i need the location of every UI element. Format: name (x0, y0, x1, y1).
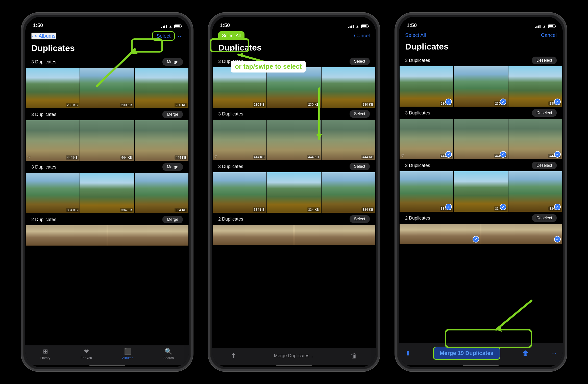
photo-1-4-2[interactable] (107, 225, 188, 246)
photo-1-1-1[interactable]: 230 KB (26, 68, 80, 108)
photo-2-2-3[interactable]: 444 KB (322, 120, 375, 160)
photo-1-3-3[interactable]: 334 KB (135, 173, 188, 213)
trash-icon-2[interactable]: 🗑 (351, 352, 357, 360)
status-icons-1: ▲ (161, 24, 181, 28)
photo-3-3-1[interactable]: 334 KB (400, 171, 453, 212)
photo-2-1-2[interactable]: 230 KB (267, 67, 321, 108)
photo-2-3-1[interactable]: 334 KB (213, 172, 266, 213)
photo-strip-3-2: ♡444 KB 444 KB 444 KB (399, 119, 563, 159)
bottom-action-bar-2: ⬆ Merge Duplicates... 🗑 (212, 348, 376, 365)
photo-2-3-2[interactable]: 334 KB (267, 172, 321, 213)
notch (456, 17, 506, 26)
group-1-1: 3 Duplicates Merge 230 KB 230 KB 230 KB (25, 56, 189, 108)
heart-icon-3: ♡ (401, 154, 404, 158)
select-group-btn-2-1[interactable]: Select (350, 58, 370, 65)
trash-button-3[interactable]: 🗑 (522, 349, 529, 357)
back-button-1[interactable]: ‹ < Albums (31, 33, 56, 39)
cancel-button-3[interactable]: Cancel (541, 32, 557, 38)
photo-size-label: 444 KB (120, 155, 133, 160)
tab-foryou-1[interactable]: ❤ For You (81, 348, 92, 360)
photo-size-label: 334 KB (361, 207, 374, 212)
photo-1-2-2[interactable]: 444 KB (80, 120, 134, 161)
tab-search-label: Search (163, 356, 174, 360)
group-1-3: 3 Duplicates Merge 334 KB 334 KB 334 KB (25, 161, 189, 213)
group-2-1: 3 Duplicates Select 230 KB 230 KB 230 KB (212, 56, 376, 108)
share-button-3[interactable]: ⬆ (405, 349, 411, 357)
photo-3-1-2[interactable]: 230 KB (454, 66, 508, 107)
group-header-3-2: 3 Duplicates Deselect (399, 107, 563, 119)
photo-1-3-2[interactable]: 334 KB (80, 173, 134, 213)
select-button-1[interactable]: Select (152, 31, 175, 41)
merge-button-1-3[interactable]: Merge (162, 163, 183, 171)
photo-3-1-3[interactable]: 230 KB (508, 66, 562, 107)
photo-3-1-1[interactable]: 230 KB (400, 66, 453, 107)
photo-2-1-3[interactable]: 230 KB (322, 67, 375, 108)
tab-search-1[interactable]: 🔍 Search (163, 348, 174, 360)
photo-2-3-3[interactable]: 334 KB (322, 172, 375, 213)
merge-button-1-1[interactable]: Merge (162, 58, 183, 66)
photo-2-4-2[interactable] (294, 225, 375, 245)
select-group-btn-2-4[interactable]: Select (350, 215, 370, 223)
photo-3-4-1[interactable] (400, 224, 481, 244)
tab-library-1[interactable]: ⊞ Library (40, 348, 51, 360)
albums-icon: ⬛ (124, 348, 132, 355)
wifi-icon-2: ▲ (356, 24, 359, 28)
group-label-3-3: 3 Duplicates (405, 163, 430, 168)
merge-duplicates-text: Merge Duplicates... (274, 353, 313, 358)
more-button-1[interactable]: ··· (178, 33, 183, 40)
photo-size-label: 444 KB (307, 155, 320, 159)
photo-2-1-1[interactable]: 230 KB (213, 67, 266, 108)
photo-3-2-1[interactable]: ♡444 KB (400, 119, 453, 159)
group-3-1: 3 Duplicates Deselect 230 KB 230 KB 230 … (399, 55, 563, 107)
photo-1-1-3[interactable]: 230 KB (135, 68, 188, 108)
photo-strip-2-2: ♡444 KB 444 KB 444 KB (212, 120, 376, 160)
photo-size-label: 334 KB (66, 208, 79, 212)
deselect-btn-3-3[interactable]: Deselect (532, 162, 557, 169)
battery-icon-2 (361, 25, 368, 28)
wifi-icon-3: ▲ (543, 24, 546, 28)
photo-2-2-2[interactable]: 444 KB (267, 120, 321, 160)
photo-1-1-2[interactable]: 230 KB (80, 68, 134, 108)
photo-1-2-3[interactable]: 444 KB (135, 120, 188, 161)
status-time-1: 1:50 (33, 22, 43, 28)
cancel-button-2[interactable]: Cancel (354, 33, 370, 39)
photo-1-2-1[interactable]: ♡444 KB (26, 120, 80, 161)
deselect-btn-3-4[interactable]: Deselect (532, 214, 557, 222)
more-button-3[interactable]: ··· (551, 349, 557, 357)
photo-1-4-1[interactable] (26, 225, 107, 246)
merge-button-1-2[interactable]: Merge (162, 111, 183, 118)
photo-size-label: 230 KB (253, 102, 266, 107)
group-label-2-3: 3 Duplicates (218, 164, 243, 169)
select-all-button-2[interactable]: Select All (218, 31, 244, 40)
photo-3-3-3[interactable]: 334 KB (508, 171, 562, 212)
select-group-btn-2-2[interactable]: Select (350, 110, 370, 118)
photo-3-2-3[interactable]: 444 KB (508, 119, 562, 159)
photo-3-3-2[interactable]: 334 KB (454, 171, 508, 212)
photo-3-4-2[interactable] (481, 224, 562, 244)
photo-strip-3-4 (399, 224, 563, 244)
phone-2: 1:50 ▲ Select All Cancel (208, 13, 380, 371)
merge-button-1-4[interactable]: Merge (162, 216, 183, 223)
group-header-1-2: 3 Duplicates Merge (25, 109, 189, 120)
chevron-left-icon: ‹ (32, 33, 34, 39)
deselect-btn-3-1[interactable]: Deselect (532, 57, 557, 64)
home-indicator-2 (212, 365, 376, 367)
merge-19-button[interactable]: Merge 19 Duplicates (433, 347, 500, 360)
photo-2-2-1[interactable]: ♡444 KB (213, 120, 266, 160)
photo-2-4-1[interactable] (213, 225, 294, 245)
select-all-button-3[interactable]: Select All (405, 31, 426, 39)
photo-strip-1-1: 230 KB 230 KB 230 KB (25, 68, 189, 108)
photo-3-2-2[interactable]: 444 KB (454, 119, 508, 159)
photo-1-3-1[interactable]: 334 KB (26, 173, 80, 213)
photo-strip-1-4 (25, 225, 189, 246)
group-header-1-3: 3 Duplicates Merge (25, 161, 189, 173)
tab-albums-1[interactable]: ⬛ Albums (122, 348, 133, 360)
photo-size-label: 230 KB (361, 102, 374, 107)
home-indicator-3 (399, 365, 563, 367)
select-group-btn-2-3[interactable]: Select (350, 163, 370, 170)
deselect-btn-3-2[interactable]: Deselect (532, 109, 557, 117)
share-icon-2[interactable]: ⬆ (231, 352, 236, 360)
page-title-3: Duplicates (399, 42, 563, 55)
group-header-3-1: 3 Duplicates Deselect (399, 55, 563, 66)
photo-size-label: 444 KB (66, 155, 79, 160)
